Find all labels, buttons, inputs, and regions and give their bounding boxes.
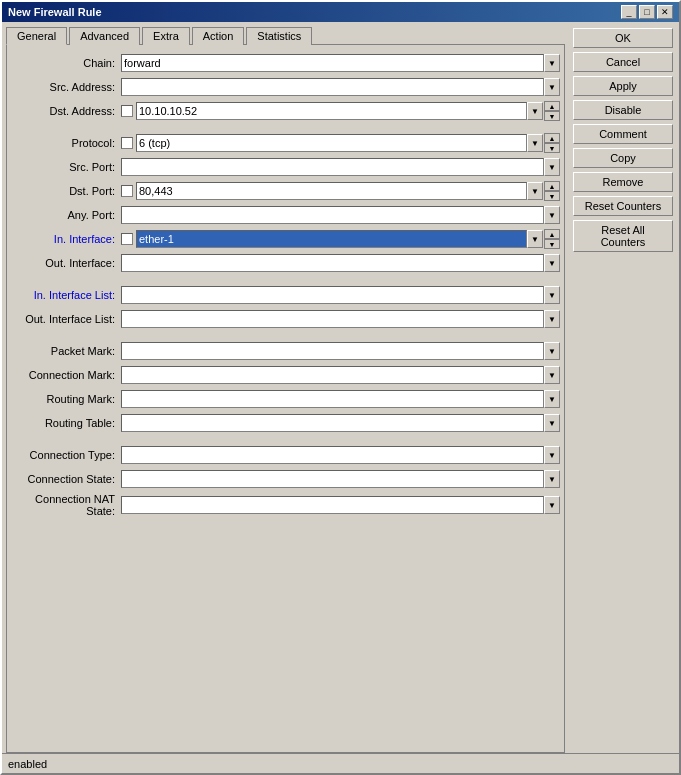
- dst-port-scroll-up[interactable]: ▲: [544, 181, 560, 191]
- in-interface-list-label: In. Interface List:: [11, 289, 121, 301]
- packet-mark-row: Packet Mark: ▼: [11, 341, 560, 361]
- protocol-input[interactable]: [136, 134, 527, 152]
- connection-type-label: Connection Type:: [11, 449, 121, 461]
- in-interface-list-dropdown-btn[interactable]: ▼: [544, 286, 560, 304]
- routing-table-input[interactable]: [121, 414, 544, 432]
- copy-button[interactable]: Copy: [573, 148, 673, 168]
- dst-address-scroll-down[interactable]: ▼: [544, 111, 560, 121]
- src-address-input[interactable]: [121, 78, 544, 96]
- maximize-button[interactable]: □: [639, 5, 655, 19]
- in-interface-input[interactable]: [136, 230, 527, 248]
- connection-state-label: Connection State:: [11, 473, 121, 485]
- dst-address-input[interactable]: [136, 102, 527, 120]
- connection-mark-field: ▼: [121, 366, 560, 384]
- dst-address-dropdown-btn[interactable]: ▼: [527, 102, 543, 120]
- tab-statistics[interactable]: Statistics: [246, 27, 312, 45]
- any-port-input[interactable]: [121, 206, 544, 224]
- dst-port-checkbox[interactable]: [121, 185, 133, 197]
- tab-general[interactable]: General: [6, 27, 67, 45]
- connection-type-dropdown-btn[interactable]: ▼: [544, 446, 560, 464]
- chain-dropdown-btn[interactable]: ▼: [544, 54, 560, 72]
- protocol-checkbox[interactable]: [121, 137, 133, 149]
- protocol-scroll-down[interactable]: ▼: [544, 143, 560, 153]
- routing-table-field: ▼: [121, 414, 560, 432]
- chain-row: Chain: ▼: [11, 53, 560, 73]
- comment-button[interactable]: Comment: [573, 124, 673, 144]
- in-interface-scroll-down[interactable]: ▼: [544, 239, 560, 249]
- tab-advanced[interactable]: Advanced: [69, 27, 140, 45]
- src-address-dropdown-btn[interactable]: ▼: [544, 78, 560, 96]
- minimize-button[interactable]: _: [621, 5, 637, 19]
- connection-nat-state-row: Connection NAT State: ▼: [11, 493, 560, 517]
- in-interface-row: In. Interface: ▼ ▲ ▼: [11, 229, 560, 249]
- connection-nat-state-input[interactable]: [121, 496, 544, 514]
- routing-mark-field: ▼: [121, 390, 560, 408]
- close-button[interactable]: ✕: [657, 5, 673, 19]
- packet-mark-dropdown-btn[interactable]: ▼: [544, 342, 560, 360]
- dst-port-dropdown-btn[interactable]: ▼: [527, 182, 543, 200]
- protocol-scroll-up[interactable]: ▲: [544, 133, 560, 143]
- remove-button[interactable]: Remove: [573, 172, 673, 192]
- out-interface-list-dropdown-btn[interactable]: ▼: [544, 310, 560, 328]
- chain-input[interactable]: [121, 54, 544, 72]
- status-text: enabled: [8, 758, 47, 770]
- out-interface-dropdown-btn[interactable]: ▼: [544, 254, 560, 272]
- in-interface-list-input[interactable]: [121, 286, 544, 304]
- src-port-row: Src. Port: ▼: [11, 157, 560, 177]
- in-interface-checkbox[interactable]: [121, 233, 133, 245]
- packet-mark-label: Packet Mark:: [11, 345, 121, 357]
- in-interface-dropdown-btn[interactable]: ▼: [527, 230, 543, 248]
- in-interface-label: In. Interface:: [11, 233, 121, 245]
- out-interface-list-row: Out. Interface List: ▼: [11, 309, 560, 329]
- connection-mark-dropdown-btn[interactable]: ▼: [544, 366, 560, 384]
- in-interface-list-row: In. Interface List: ▼: [11, 285, 560, 305]
- src-port-input[interactable]: [121, 158, 544, 176]
- packet-mark-input[interactable]: [121, 342, 544, 360]
- out-interface-input[interactable]: [121, 254, 544, 272]
- in-interface-scroll-up[interactable]: ▲: [544, 229, 560, 239]
- separator-3: [11, 333, 560, 341]
- separator-2: [11, 277, 560, 285]
- tab-action[interactable]: Action: [192, 27, 245, 45]
- main-window: New Firewall Rule _ □ ✕ General Advanced…: [0, 0, 681, 775]
- src-port-label: Src. Port:: [11, 161, 121, 173]
- src-port-dropdown-btn[interactable]: ▼: [544, 158, 560, 176]
- dst-address-scroll-up[interactable]: ▲: [544, 101, 560, 111]
- connection-type-input[interactable]: [121, 446, 544, 464]
- connection-state-input[interactable]: [121, 470, 544, 488]
- out-interface-list-input[interactable]: [121, 310, 544, 328]
- any-port-dropdown-btn[interactable]: ▼: [544, 206, 560, 224]
- src-address-row: Src. Address: ▼: [11, 77, 560, 97]
- apply-button[interactable]: Apply: [573, 76, 673, 96]
- reset-counters-button[interactable]: Reset Counters: [573, 196, 673, 216]
- main-content: General Advanced Extra Action Statistics…: [2, 22, 679, 753]
- in-interface-list-field: ▼: [121, 286, 560, 304]
- connection-nat-state-dropdown-btn[interactable]: ▼: [544, 496, 560, 514]
- titlebar-buttons: _ □ ✕: [621, 5, 673, 19]
- any-port-field: ▼: [121, 206, 560, 224]
- ok-button[interactable]: OK: [573, 28, 673, 48]
- reset-all-counters-button[interactable]: Reset All Counters: [573, 220, 673, 252]
- protocol-dropdown-btn[interactable]: ▼: [527, 134, 543, 152]
- dst-address-row: Dst. Address: ▼ ▲ ▼: [11, 101, 560, 121]
- routing-table-dropdown-btn[interactable]: ▼: [544, 414, 560, 432]
- dst-address-checkbox[interactable]: [121, 105, 133, 117]
- connection-mark-input[interactable]: [121, 366, 544, 384]
- left-panel: General Advanced Extra Action Statistics…: [2, 22, 569, 753]
- connection-mark-label: Connection Mark:: [11, 369, 121, 381]
- connection-state-dropdown-btn[interactable]: ▼: [544, 470, 560, 488]
- tab-content-general: Chain: ▼ Src. Address: ▼: [6, 44, 565, 753]
- routing-table-label: Routing Table:: [11, 417, 121, 429]
- cancel-button[interactable]: Cancel: [573, 52, 673, 72]
- disable-button[interactable]: Disable: [573, 100, 673, 120]
- routing-mark-input[interactable]: [121, 390, 544, 408]
- in-interface-field: ▼ ▲ ▼: [121, 229, 560, 249]
- tab-extra[interactable]: Extra: [142, 27, 190, 45]
- dst-port-scroll-down[interactable]: ▼: [544, 191, 560, 201]
- dst-port-input[interactable]: [136, 182, 527, 200]
- statusbar: enabled: [2, 753, 679, 773]
- routing-mark-dropdown-btn[interactable]: ▼: [544, 390, 560, 408]
- connection-mark-row: Connection Mark: ▼: [11, 365, 560, 385]
- protocol-label: Protocol:: [11, 137, 121, 149]
- right-panel: OK Cancel Apply Disable Comment Copy Rem…: [569, 22, 679, 753]
